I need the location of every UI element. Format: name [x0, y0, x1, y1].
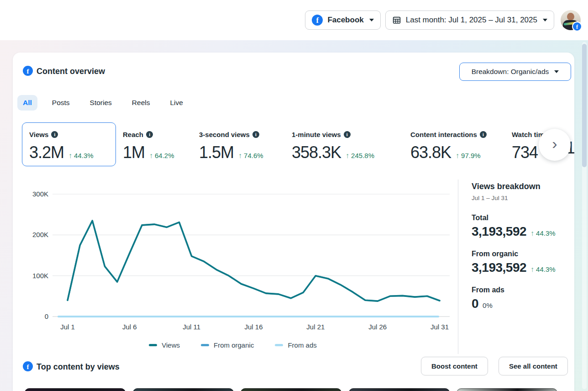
legend-swatch	[149, 344, 157, 346]
content-thumbnail[interactable]	[457, 388, 557, 391]
metric-card-1-minute-views[interactable]: 1-minute viewsi358.3K↑245.8%	[284, 122, 382, 166]
metric-value: 1.5M	[199, 143, 234, 162]
metric-value: 358.3K	[292, 143, 341, 162]
top-bar-controls: f Facebook Last month: Jul 1, 2025 – Jul…	[305, 0, 581, 40]
breakdown-dropdown-button[interactable]: Breakdown: Organic/ads	[459, 63, 571, 81]
svg-text:300K: 300K	[32, 190, 48, 198]
views-breakdown-panel: Views breakdown Jul 1 – Jul 31 Total3,19…	[472, 182, 573, 322]
panel-title: Views breakdown	[472, 182, 573, 191]
top-bar: f Facebook Last month: Jul 1, 2025 – Jul…	[0, 0, 588, 40]
legend-item-from-ads: From ads	[275, 341, 316, 349]
info-icon[interactable]: i	[480, 131, 487, 138]
svg-text:Jul 31: Jul 31	[430, 323, 449, 331]
info-icon[interactable]: i	[146, 131, 153, 138]
facebook-icon: f	[23, 66, 33, 76]
metric-card-reach[interactable]: Reachi1M↑64.2%	[116, 122, 182, 166]
breakdown-row-label: Total	[472, 214, 573, 222]
metric-label: 3-second viewsi	[199, 131, 263, 138]
metric-label: 1-minute viewsi	[292, 131, 374, 138]
top-content-title: Top content by views	[37, 362, 120, 372]
arrow-up-icon: ↑	[68, 152, 72, 160]
arrow-up-icon: ↑	[238, 152, 242, 160]
tab-reels[interactable]: Reels	[126, 95, 156, 111]
panel-date-range: Jul 1 – Jul 31	[472, 195, 573, 201]
tabs-list: AllPostsStoriesReelsLive	[17, 95, 189, 111]
info-icon[interactable]: i	[51, 131, 58, 138]
content-thumbnail[interactable]	[133, 388, 234, 391]
metric-value: 1M	[123, 143, 145, 162]
metric-card-content-interactions[interactable]: Content interactionsi63.8K↑97.9%	[403, 122, 494, 166]
tab-posts[interactable]: Posts	[47, 95, 75, 111]
breakdown-row-label: From ads	[472, 286, 573, 294]
svg-text:Jul 1: Jul 1	[60, 323, 75, 331]
metric-delta: ↑74.6%	[238, 152, 263, 160]
metrics-next-button[interactable]: ›	[539, 129, 571, 161]
arrow-up-icon: ↑	[530, 229, 534, 238]
panel-divider	[458, 180, 458, 354]
caret-down-icon	[543, 19, 547, 21]
svg-text:Jul 11: Jul 11	[183, 323, 200, 331]
content-thumbnail[interactable]	[25, 388, 126, 391]
tab-live[interactable]: Live	[164, 95, 188, 111]
arrow-up-icon: ↑	[530, 265, 534, 274]
date-range-label: Last month: Jul 1, 2025 – Jul 31, 2025	[406, 16, 537, 25]
metric-delta: ↑64.2%	[149, 152, 174, 160]
chevron-right-icon: ›	[552, 136, 557, 151]
metric-label: Reachi	[123, 131, 174, 138]
views-chart-svg[interactable]: 0100K200K300KJul 1Jul 6Jul 11Jul 16Jul 2…	[31, 187, 456, 340]
tab-stories[interactable]: Stories	[84, 95, 117, 111]
breakdown-row-value: 00%	[472, 296, 573, 311]
facebook-icon: f	[312, 15, 323, 26]
metric-card-3-second-views[interactable]: 3-second viewsi1.5M↑74.6%	[192, 122, 271, 166]
breakdown-row-label: From organic	[472, 250, 573, 258]
metric-value: 3.2M	[29, 143, 64, 162]
calendar-icon	[392, 16, 401, 25]
see-all-content-button[interactable]: See all content	[499, 357, 568, 375]
info-icon[interactable]: i	[252, 131, 259, 138]
metric-delta: ↑97.9%	[456, 152, 481, 160]
breakdown-row-value: 3,193,592↑44.3%	[472, 224, 573, 239]
info-icon[interactable]: i	[344, 131, 351, 138]
metric-label: Viewsi	[29, 131, 109, 138]
svg-text:Jul 6: Jul 6	[122, 323, 137, 331]
platform-selector-label: Facebook	[327, 16, 363, 25]
legend-item-views: Views	[149, 341, 180, 349]
tab-all[interactable]: All	[17, 95, 37, 111]
metric-delta: ↑245.8%	[346, 152, 374, 160]
legend-item-from-organic: From organic	[201, 341, 254, 349]
svg-text:100K: 100K	[32, 272, 48, 280]
metric-delta: ↑44.3%	[68, 152, 94, 160]
chart-legend: ViewsFrom organicFrom ads	[34, 341, 431, 349]
platform-selector-button[interactable]: f Facebook	[305, 11, 380, 30]
metric-card-views[interactable]: Viewsi3.2M↑44.3%	[22, 122, 116, 166]
svg-text:Jul 21: Jul 21	[306, 323, 325, 331]
boost-content-button[interactable]: Boost content	[421, 357, 488, 375]
content-overview-card: f Content overview Breakdown: Organic/ad…	[13, 53, 574, 391]
date-range-button[interactable]: Last month: Jul 1, 2025 – Jul 31, 2025	[385, 11, 554, 30]
svg-text:200K: 200K	[32, 231, 48, 238]
avatar[interactable]: f	[561, 10, 581, 30]
breakdown-row-value: 3,193,592↑44.3%	[472, 260, 573, 275]
legend-swatch	[275, 344, 283, 346]
scrollbar-thumb[interactable]	[582, 44, 587, 167]
breakdown-rows: Total3,193,592↑44.3%From organic3,193,59…	[472, 214, 573, 311]
svg-text:Jul 16: Jul 16	[244, 323, 262, 331]
content-thumbnail[interactable]	[241, 388, 341, 391]
caret-down-icon	[369, 19, 374, 21]
legend-swatch	[201, 344, 209, 346]
metric-label: Content interactionsi	[410, 131, 487, 138]
facebook-icon: f	[23, 361, 33, 371]
metric-value: 734	[512, 143, 538, 162]
svg-text:0: 0	[45, 312, 48, 320]
arrow-up-icon: ↑	[346, 152, 349, 160]
content-thumbnail[interactable]	[349, 388, 450, 391]
arrow-up-icon: ↑	[456, 152, 459, 160]
page-title: Content overview	[37, 67, 105, 76]
facebook-badge-icon: f	[572, 21, 582, 32]
arrow-up-icon: ↑	[149, 152, 153, 160]
metric-value: 63.8K	[410, 143, 451, 162]
breakdown-dropdown-label: Breakdown: Organic/ads	[472, 68, 549, 76]
svg-text:Jul 26: Jul 26	[368, 323, 387, 331]
caret-down-icon	[554, 70, 559, 73]
